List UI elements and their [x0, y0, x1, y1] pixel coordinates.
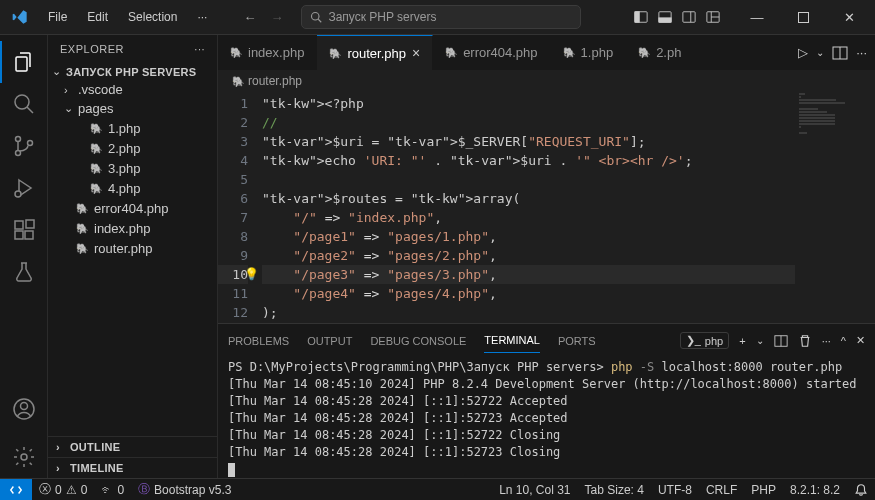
panel-tab-problems[interactable]: PROBLEMS [228, 329, 289, 353]
activity-source-control-icon[interactable] [0, 125, 48, 167]
antenna-icon: ᯤ [101, 483, 113, 497]
statusbar: ⓧ0 ⚠0 ᯤ0 ⒷBootstrap v5.3 Ln 10, Col 31 T… [0, 478, 875, 500]
svg-point-0 [312, 13, 320, 21]
php-file-icon: 🐘 [563, 47, 575, 58]
editor-tab[interactable]: 🐘2.ph [626, 35, 694, 70]
activity-extensions-icon[interactable] [0, 209, 48, 251]
nav-forward-icon[interactable]: → [266, 6, 287, 29]
close-panel-icon[interactable]: ✕ [856, 334, 865, 347]
split-terminal-icon[interactable] [774, 334, 788, 348]
status-language[interactable]: PHP [744, 483, 783, 497]
status-cursor[interactable]: Ln 10, Col 31 [492, 483, 577, 497]
status-tab-size[interactable]: Tab Size: 4 [578, 483, 651, 497]
panel-tab-ports[interactable]: PORTS [558, 329, 596, 353]
panel-tab-terminal[interactable]: TERMINAL [484, 328, 540, 353]
tree-file[interactable]: 🐘index.php [48, 218, 217, 238]
run-icon[interactable]: ▷ [798, 45, 808, 60]
php-file-icon: 🐘 [329, 48, 341, 59]
activity-testing-icon[interactable] [0, 251, 48, 293]
tree-folder-pages[interactable]: ⌄pages [48, 99, 217, 118]
maximize-panel-icon[interactable]: ^ [841, 335, 846, 347]
svg-point-19 [21, 454, 27, 460]
activity-search-icon[interactable] [0, 83, 48, 125]
more-icon[interactable]: ··· [856, 45, 867, 60]
activity-run-debug-icon[interactable] [0, 167, 48, 209]
svg-point-9 [15, 137, 20, 142]
terminal-selector[interactable]: ❯_php [680, 332, 729, 349]
layout-left-icon[interactable] [631, 7, 651, 27]
explorer-more-icon[interactable]: ··· [194, 43, 205, 55]
more-icon[interactable]: ··· [822, 335, 831, 347]
svg-rect-7 [798, 12, 808, 22]
menu-file[interactable]: File [40, 6, 75, 28]
php-file-icon: 🐘 [74, 240, 90, 256]
status-ports[interactable]: ᯤ0 [94, 479, 131, 500]
editor-tab[interactable]: 🐘1.php [551, 35, 627, 70]
new-terminal-icon[interactable]: + [739, 335, 745, 347]
window-maximize[interactable] [781, 0, 825, 35]
php-file-icon: 🐘 [88, 160, 104, 176]
activity-account-icon[interactable] [0, 388, 48, 430]
remote-indicator[interactable] [0, 479, 32, 500]
tree-file[interactable]: 🐘error404.php [48, 198, 217, 218]
layout-bottom-icon[interactable] [655, 7, 675, 27]
editor-tabs: 🐘index.php 🐘router.php× 🐘error404.php 🐘1… [218, 35, 875, 70]
status-bootstrap[interactable]: ⒷBootstrap v5.3 [131, 479, 238, 500]
window-minimize[interactable]: — [735, 0, 779, 35]
status-encoding[interactable]: UTF-8 [651, 483, 699, 497]
split-editor-icon[interactable] [832, 45, 848, 61]
editor-tab[interactable]: 🐘error404.php [433, 35, 550, 70]
chevron-down-icon[interactable]: ⌄ [816, 47, 824, 58]
php-file-icon: 🐘 [638, 47, 650, 58]
outline-section[interactable]: ›OUTLINE [48, 436, 217, 457]
terminal[interactable]: PS D:\MyProjects\Programming\PHP\Запуск … [218, 353, 875, 478]
editor-tab[interactable]: 🐘router.php× [317, 35, 433, 70]
status-notifications-icon[interactable] [847, 483, 875, 497]
php-file-icon: 🐘 [74, 220, 90, 236]
explorer-title: EXPLORER [60, 43, 124, 55]
tab-label: 1.php [581, 45, 614, 60]
status-problems[interactable]: ⓧ0 ⚠0 [32, 479, 94, 500]
breadcrumb[interactable]: 🐘 router.php [218, 70, 875, 92]
svg-rect-15 [25, 231, 33, 239]
window-close[interactable]: ✕ [827, 0, 871, 35]
timeline-section[interactable]: ›TIMELINE [48, 457, 217, 478]
tree-file-label: index.php [94, 221, 150, 236]
activity-explorer-icon[interactable] [0, 41, 48, 83]
close-icon[interactable]: × [412, 45, 420, 61]
panel-tab-output[interactable]: OUTPUT [307, 329, 352, 353]
minimap[interactable] [795, 92, 875, 323]
tree-root[interactable]: ⌄ЗАПУСК PHP SERVERS [48, 63, 217, 80]
activity-bar [0, 35, 48, 478]
code-editor[interactable]: "tk-kw"><?php//"tk-var">$uri = "tk-var">… [262, 92, 795, 323]
chevron-down-icon[interactable]: ⌄ [756, 335, 764, 346]
panel-tab-debug[interactable]: DEBUG CONSOLE [370, 329, 466, 353]
svg-rect-16 [26, 220, 34, 228]
activity-settings-icon[interactable] [0, 436, 48, 478]
tree-file[interactable]: 🐘router.php [48, 238, 217, 258]
menu-selection[interactable]: Selection [120, 6, 185, 28]
terminal-shell-label: php [705, 335, 723, 347]
tab-label: error404.php [463, 45, 537, 60]
trash-icon[interactable] [798, 334, 812, 348]
tree-file[interactable]: 🐘1.php [48, 118, 217, 138]
php-file-icon: 🐘 [88, 140, 104, 156]
status-eol[interactable]: CRLF [699, 483, 744, 497]
menu-more[interactable]: ··· [189, 6, 215, 28]
command-center[interactable]: Запуск PHP servers [301, 5, 581, 29]
status-php-version[interactable]: 8.2.1: 8.2 [783, 483, 847, 497]
timeline-label: TIMELINE [70, 462, 124, 474]
tree-folder-vscode[interactable]: ›.vscode [48, 80, 217, 99]
terminal-icon: ❯_ [686, 334, 701, 347]
status-warnings-count: 0 [81, 483, 88, 497]
layout-customize-icon[interactable] [703, 7, 723, 27]
layout-right-icon[interactable] [679, 7, 699, 27]
menu-edit[interactable]: Edit [79, 6, 116, 28]
tree-file[interactable]: 🐘3.php [48, 158, 217, 178]
tree-file[interactable]: 🐘2.php [48, 138, 217, 158]
editor-tab[interactable]: 🐘index.php [218, 35, 317, 70]
svg-rect-13 [15, 221, 23, 229]
nav-back-icon[interactable]: ← [239, 6, 260, 29]
tree-file[interactable]: 🐘4.php [48, 178, 217, 198]
bootstrap-icon: Ⓑ [138, 481, 150, 498]
